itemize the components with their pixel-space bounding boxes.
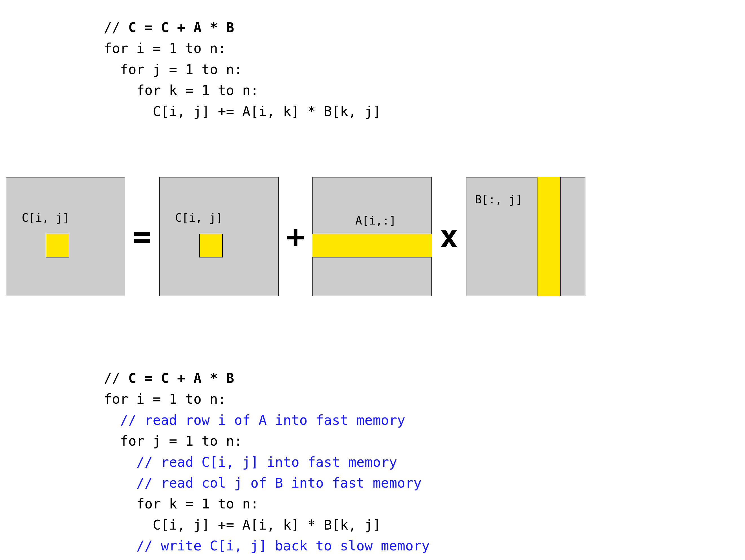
code-bottom-l1: for i = 1 to n: [104,391,226,407]
code-bottom-comment-prefix: // [104,370,128,386]
equals-operator: = [125,221,159,252]
matrix-C-input-label: C[i, j] [175,211,223,224]
code-bottom-c4: // write C[i, j] back to slow memory [104,538,430,554]
matrix-A-label: A[i,:] [355,214,396,227]
code-top-l2: for j = 1 to n: [104,61,242,77]
code-block-annotated: // C = C + A * B for i = 1 to n: // read… [104,368,430,556]
code-bottom-l2: for j = 1 to n: [104,433,242,449]
highlight-cell-icon [46,234,69,257]
code-top-l4: C[i, j] += A[i, k] * B[k, j] [104,103,381,119]
code-top-l1: for i = 1 to n: [104,40,226,56]
code-top-comment-bold: C = C + A * B [128,20,234,35]
code-bottom-c1: // read row i of A into fast memory [104,412,405,428]
code-bottom-c3: // read col j of B into fast memory [104,475,422,491]
highlight-col-icon [537,177,560,296]
code-bottom-l4: C[i, j] += A[i, k] * B[k, j] [104,517,381,533]
highlight-cell-icon [199,234,223,257]
code-block-naive: // C = C + A * B for i = 1 to n: for j =… [104,17,381,122]
code-bottom-c2: // read C[i, j] into fast memory [104,454,397,470]
code-bottom-l3: for k = 1 to n: [104,496,259,512]
code-top-l3: for k = 1 to n: [104,82,259,98]
plus-operator: + [279,221,313,252]
matrix-C-input: C[i, j] [159,177,279,296]
matrix-B: B[:, j] [466,177,585,296]
highlight-row-icon [313,234,432,257]
matrix-B-label: B[:, j] [475,193,522,206]
matrix-A: A[i,:] [313,177,432,296]
code-top-comment-prefix: // [104,20,128,35]
matmul-diagram: C[i, j] = C[i, j] + A[i,:] x B[:, j] [6,163,739,310]
times-operator: x [432,221,466,252]
code-bottom-comment-bold: C = C + A * B [128,370,234,386]
matrix-C-result-label: C[i, j] [22,211,69,224]
matrix-C-result: C[i, j] [6,177,125,296]
page: // C = C + A * B for i = 1 to n: for j =… [0,0,745,560]
